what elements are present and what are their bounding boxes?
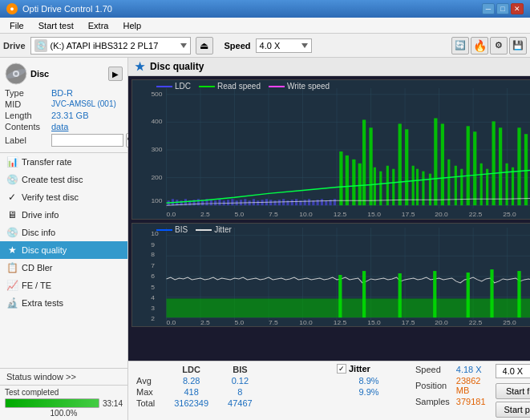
svg-text:17.5: 17.5 <box>402 211 415 218</box>
settings-button[interactable]: ⚙ <box>490 37 508 55</box>
legend-bis-color <box>156 229 172 231</box>
create-test-disc-icon: 💿 <box>6 174 18 185</box>
svg-rect-75 <box>334 199 336 205</box>
chart-container: LDC Read speed Write speed 500 <box>128 76 530 361</box>
svg-text:22.5: 22.5 <box>469 211 483 218</box>
svg-rect-91 <box>429 174 431 206</box>
svg-rect-94 <box>447 160 450 205</box>
svg-rect-79 <box>358 164 362 205</box>
svg-rect-90 <box>422 172 424 206</box>
svg-text:9: 9 <box>151 241 155 248</box>
drive-label: Drive <box>3 41 26 50</box>
drive-select[interactable]: 💿 (K:) ATAPI iHBS312 2 PL17 <box>30 37 191 55</box>
menu-start-test[interactable]: Start test <box>32 19 80 32</box>
drive-bar: Drive 💿 (K:) ATAPI iHBS312 2 PL17 ⏏ Spee… <box>0 34 530 58</box>
nav-verify-test-disc-label: Verify test disc <box>22 192 79 202</box>
nav-create-test-disc[interactable]: 💿 Create test disc <box>0 171 127 188</box>
nav-transfer-rate-label: Transfer rate <box>22 157 72 167</box>
minimize-button[interactable]: ─ <box>482 3 495 14</box>
nav-extra-tests[interactable]: 🔬 Extra tests <box>0 294 127 312</box>
nav-drive-info[interactable]: 🖥 Drive info <box>0 206 127 224</box>
jitter-avg-value: 8.9% <box>337 375 401 386</box>
nav-disc-quality[interactable]: ★ Disc quality <box>0 241 127 259</box>
disc-label-input[interactable] <box>51 134 123 147</box>
disc-contents-value[interactable]: data <box>51 122 68 131</box>
svg-rect-60 <box>269 200 272 205</box>
svg-text:2: 2 <box>151 315 155 322</box>
disc-mid-value: JVC-AMS6L (001) <box>51 99 116 109</box>
svg-rect-160 <box>517 271 520 317</box>
svg-text:2.5: 2.5 <box>200 211 210 218</box>
svg-rect-68 <box>304 200 306 205</box>
transfer-rate-icon: 📊 <box>6 156 18 168</box>
nav-fe-te[interactable]: 📈 FE / TE <box>0 277 127 294</box>
svg-text:5.0: 5.0 <box>235 319 245 326</box>
nav-verify-test-disc[interactable]: ✓ Verify test disc <box>0 188 127 206</box>
speed-value-cell: 4.18 X <box>453 364 489 375</box>
legend-ldc: LDC <box>156 82 191 91</box>
nav-fe-te-label: FE / TE <box>22 281 51 290</box>
menu-help[interactable]: Help <box>116 19 148 32</box>
maximize-button[interactable]: □ <box>496 3 509 14</box>
disc-panel: Disc ▶ Type BD-R MID JVC-AMS6L (001) Len… <box>0 58 127 153</box>
jitter-checkbox[interactable]: ✓ <box>337 364 346 374</box>
stats-max-row: Max 418 8 <box>133 386 262 398</box>
top-chart: LDC Read speed Write speed 500 <box>131 79 530 220</box>
svg-text:2.5: 2.5 <box>200 319 210 326</box>
nav-transfer-rate[interactable]: 📊 Transfer rate <box>0 153 127 171</box>
svg-text:7.5: 7.5 <box>269 319 278 326</box>
svg-rect-51 <box>231 199 233 205</box>
svg-text:17.5: 17.5 <box>402 319 415 326</box>
stats-table: LDC BIS Avg 8.28 0.12 Max <box>133 364 334 409</box>
disc-quality-icon: ★ <box>6 244 18 256</box>
save-button[interactable]: 💾 <box>509 37 527 55</box>
right-panel: ★ Disc quality LDC Read speed <box>128 58 530 420</box>
svg-text:500: 500 <box>151 91 163 98</box>
start-part-button[interactable]: Start part <box>496 402 530 418</box>
svg-rect-87 <box>405 129 408 205</box>
menu-file[interactable]: File <box>3 19 30 32</box>
refresh-button[interactable]: 🔄 <box>451 37 469 55</box>
nav-disc-info[interactable]: 💿 Disc info <box>0 224 127 241</box>
svg-rect-157 <box>433 271 436 317</box>
disc-options-button[interactable]: ▶ <box>108 67 123 81</box>
progress-label: Test completed <box>5 388 123 397</box>
stats-panel: LDC BIS Avg 8.28 0.12 Max <box>128 361 530 420</box>
nav-cd-bler[interactable]: 📋 CD Bler <box>0 259 127 277</box>
speed-dropdown[interactable]: 4.0 X <box>496 364 530 378</box>
status-window-button[interactable]: Status window >> <box>0 368 127 385</box>
svg-rect-159 <box>490 269 493 317</box>
bottom-chart-svg: 10 9 8 7 6 5 4 3 2 1 10% 8% 6% 4% 2% <box>132 224 530 326</box>
svg-rect-57 <box>257 200 259 205</box>
stats-avg-row: Avg 8.28 0.12 <box>133 375 262 386</box>
main-content: Disc ▶ Type BD-R MID JVC-AMS6L (001) Len… <box>0 58 530 420</box>
legend-read: Read speed <box>199 82 261 91</box>
status-window-label: Status window >> <box>6 372 76 382</box>
menu-extra[interactable]: Extra <box>82 19 115 32</box>
legend-write: Write speed <box>269 82 330 91</box>
svg-text:22.5: 22.5 <box>469 319 483 326</box>
disc-type-label: Type <box>5 88 51 98</box>
svg-text:400: 400 <box>151 119 163 126</box>
svg-text:25.0: 25.0 <box>503 319 516 326</box>
jitter-total-value <box>337 398 401 409</box>
start-full-button[interactable]: Start full <box>496 383 530 399</box>
svg-rect-73 <box>325 200 327 205</box>
disc-type-value: BD-R <box>51 88 73 98</box>
svg-text:25.0: 25.0 <box>503 211 516 218</box>
speed-select[interactable]: 4.0 X <box>256 38 312 53</box>
eject-button[interactable]: ⏏ <box>196 37 213 55</box>
svg-rect-44 <box>201 200 204 205</box>
svg-rect-77 <box>346 155 349 205</box>
stats-max-bis: 8 <box>218 386 262 398</box>
speed-position-section: Speed 4.18 X Position 23862 MB Samples 3… <box>412 364 489 407</box>
svg-text:15.0: 15.0 <box>367 211 381 218</box>
burn-button[interactable]: 🔥 <box>471 37 488 55</box>
disc-quality-title: Disc quality <box>150 61 204 72</box>
disc-info-icon: 💿 <box>6 227 18 238</box>
nav-cd-bler-label: CD Bler <box>22 263 53 273</box>
close-button[interactable]: ✕ <box>511 3 524 14</box>
drive-dropdown-arrow <box>180 43 187 48</box>
legend-jitter-label: Jitter <box>214 225 232 234</box>
svg-rect-153 <box>167 299 530 318</box>
